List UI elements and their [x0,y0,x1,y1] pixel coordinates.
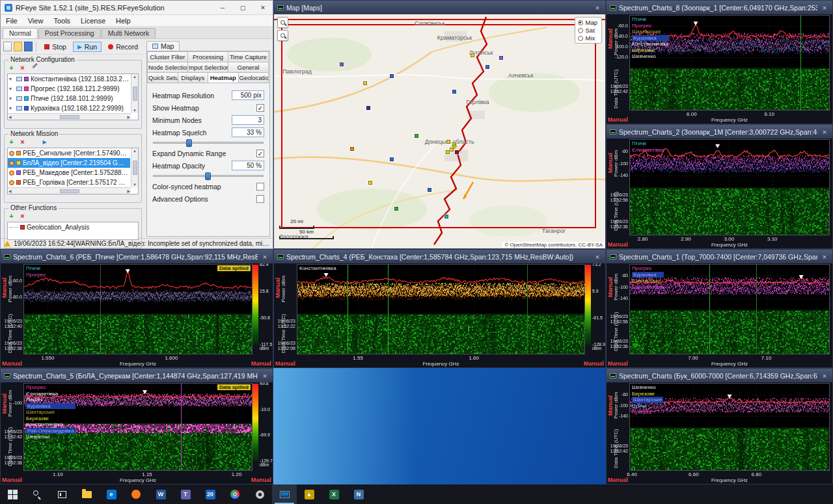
setting-checkbox[interactable]: ✓ [256,104,264,112]
legend-item[interactable]: Єлизаветівка [26,391,75,397]
panel-tab-time-capture[interactable]: Time Capture [228,51,269,62]
remove-mission-button[interactable]: × [18,138,27,146]
setting-checkbox[interactable]: ✓ [256,150,264,157]
legend-item[interactable]: Шевченко [26,434,75,440]
chart-titlebar[interactable]: Spectrum_Charts_8 (Зоопарк_1 [Center:6,0… [607,1,832,14]
close-icon[interactable]: × [820,253,829,261]
tab-normal[interactable]: Normal [3,28,38,38]
setting-checkbox[interactable] [256,195,264,203]
close-icon[interactable]: × [820,372,829,380]
heatmap-slider[interactable] [153,172,264,180]
open-config-icon[interactable] [14,42,22,51]
legend-item[interactable]: Шахтарське [632,397,663,403]
taskbar-chrome-browser[interactable] [223,484,247,504]
setting-checkbox[interactable] [256,183,264,191]
function-item[interactable]: Geolocation_Analysis [8,222,138,232]
remove-function-button[interactable]: × [18,212,27,220]
legend-item[interactable]: Березове [632,391,663,397]
maximize-button[interactable]: ▢ [234,5,251,11]
add-mission-button[interactable]: + [7,138,16,146]
map-canvas[interactable]: Слов'янськКраматорськПавлоградЛуганськАл… [274,14,605,248]
legend-item[interactable]: Курахівка [632,35,669,42]
panel-tab-geolocation[interactable]: Geolocation [238,72,269,83]
add-function-button[interactable]: + [7,212,16,220]
legend-item[interactable]: Константинівка [299,265,336,272]
mission-grid-button[interactable] [29,138,38,146]
layer-option-sat[interactable]: Sat [578,27,597,34]
main-titlebar[interactable]: RFeye Site 1.52.1 (site_5).RES.RFeyeSolu… [1,1,273,15]
horizontal-scrollbar[interactable]: ◀▶ [8,187,131,194]
legend-item[interactable]: Прогрес [26,384,75,391]
heatmap-slider[interactable] [153,139,264,147]
legend-item[interactable]: Прогрес [632,23,669,29]
legend-item[interactable]: Шевченко [632,384,663,391]
tab-multi-network[interactable]: Multi Network [102,28,156,38]
legend-item[interactable]: Прогрес [26,272,46,278]
zoom-out-button[interactable] [277,30,288,41]
close-icon[interactable]: × [593,4,602,12]
legend-item[interactable]: Єлизаветівка [632,147,664,153]
legend-item[interactable]: Птиче [632,403,663,410]
minimize-button[interactable]: ─ [214,5,231,11]
menu-tools[interactable]: Tools [48,16,75,25]
legend-item[interactable]: Прогрес [632,409,663,416]
vertical-scrollbar[interactable]: ▲▼ [131,148,138,187]
taskbar-calendar[interactable]: 20 [198,484,223,504]
taskbar-word[interactable]: W [148,484,173,504]
layer-option-map[interactable]: Map [578,19,597,26]
setting-input[interactable]: 3 [232,115,264,125]
taskbar-spectrum-tool[interactable]: ▲ [297,484,321,504]
chart-titlebar[interactable]: Spectrum_Charts (Бук_6000-7000 [Center:6… [607,369,832,382]
chart-titlebar[interactable]: Spectrum_Charts_6 (РЕБ_Птиче [Center:1,5… [1,250,273,263]
menu-help[interactable]: Help [111,16,136,25]
legend-item[interactable]: Березове [632,47,669,54]
mission-run-button[interactable]: ▶ [40,138,49,146]
setting-input[interactable]: 500 pix [232,90,264,100]
chart-titlebar[interactable]: Spectrum_Charts_4 (РЕБ_Констаха [Center:… [274,250,605,263]
run-button[interactable]: ▶Run [73,42,102,52]
mission-item[interactable]: РЕБ_Сигнальне [Center:1.574904 GHz,Sp... [8,148,130,158]
close-icon[interactable]: × [260,372,269,380]
stop-button[interactable]: Stop [40,42,71,52]
taskbar-firefox-browser[interactable] [124,484,148,504]
add-node-button[interactable]: + [7,64,16,72]
legend-item[interactable]: Шахтарське [26,409,75,416]
legend-item[interactable]: Рай-Олександрівка [26,428,75,434]
network-node[interactable]: ▾Прогрес (192.168.121.2:9999) [8,84,130,94]
horizontal-scrollbar[interactable]: ◀▶ [8,113,131,120]
panel-tab-node-selection[interactable]: Node Selection [147,62,188,73]
taskbar-file-explorer[interactable] [74,484,99,504]
legend-item[interactable]: Константинівка [632,41,669,47]
taskbar-teams[interactable]: T [173,484,198,504]
map-titlebar[interactable]: Map [Maps] × [274,1,605,14]
legend-item[interactable]: Шахтарське [632,278,664,284]
taskbar-search[interactable] [25,484,49,504]
taskbar-settings[interactable] [247,484,272,504]
spectrum-plot[interactable] [297,265,584,354]
configure-node-button[interactable] [29,64,38,72]
record-button[interactable]: Record [103,42,143,52]
map-image[interactable] [274,14,605,248]
close-button[interactable]: ✕ [254,5,271,11]
panel-tab-general[interactable]: General [228,62,269,73]
taskbar-start[interactable] [0,484,25,504]
remove-node-button[interactable]: × [18,64,27,72]
network-node[interactable]: ▾Птиче (192.168.101.2:9999) [8,94,130,103]
legend-item[interactable]: Птиче [26,265,46,272]
panel-tab-processing[interactable]: Processing [187,51,228,62]
menu-view[interactable]: View [23,16,49,25]
spectrum-plot[interactable] [630,140,829,235]
legend-item[interactable]: Птиче [632,16,669,23]
panel-tab-displays[interactable]: Displays [178,72,209,83]
taskbar-excel[interactable]: X [321,484,346,504]
panel-tab-quick-setup[interactable]: Quick Setup [147,72,178,83]
close-icon[interactable]: × [820,4,829,12]
panel-tab-cluster-filter[interactable]: Cluster Filter [147,51,188,62]
menu-license[interactable]: License [75,16,111,25]
taskbar-edge-browser[interactable]: e [99,484,124,504]
menu-file[interactable]: File [1,16,23,25]
legend-item[interactable]: Єлизаветівка [632,284,664,291]
mission-item[interactable]: БпЛА_відео [Center:2.219504 GHz,Span:4..… [8,158,130,168]
setting-input[interactable]: 50 % [232,161,264,170]
taskbar-notepad[interactable]: N [346,484,371,504]
